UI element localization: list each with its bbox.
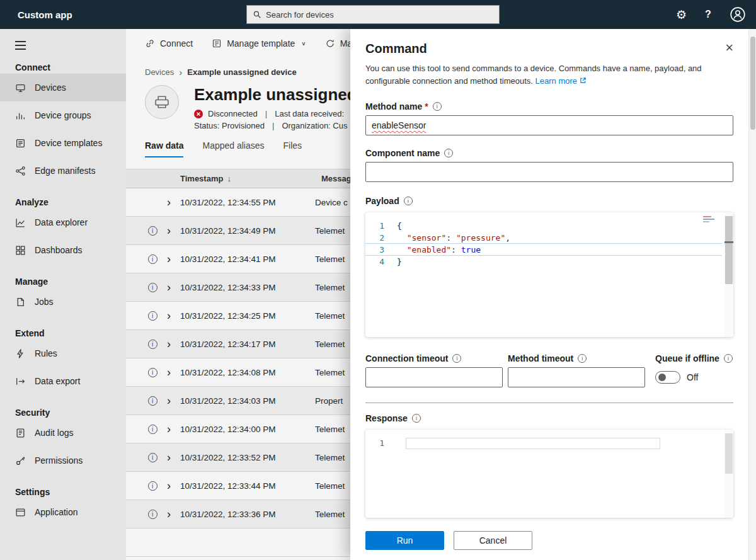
payload-code-line[interactable]: 2 "sensor": "pressure", <box>365 232 722 244</box>
chevron-right-icon[interactable]: › <box>164 479 174 493</box>
scrollbar-thumb[interactable] <box>750 37 755 130</box>
breadcrumb-separator-icon: › <box>179 67 182 77</box>
row-message: Telemet <box>315 368 345 377</box>
timeout-row: Connection timeout i Method timeout i Qu… <box>365 353 733 387</box>
info-icon[interactable]: i <box>433 102 442 111</box>
sidebar-item-label: Device templates <box>35 138 102 148</box>
method-timeout-input[interactable] <box>508 367 645 387</box>
hamburger-menu-icon[interactable] <box>15 41 26 50</box>
payload-code-line[interactable]: 4} <box>365 256 722 268</box>
status-separator: | <box>270 121 277 130</box>
sidebar-item-edge-manifests[interactable]: Edge manifests <box>0 157 126 185</box>
info-icon[interactable]: i <box>404 197 413 205</box>
sidebar-item-device-groups[interactable]: Device groups <box>0 101 126 129</box>
user-avatar-icon[interactable] <box>730 6 746 23</box>
chevron-right-icon[interactable]: › <box>164 366 174 379</box>
code-text: "sensor": "pressure", <box>397 232 510 244</box>
info-icon[interactable]: i <box>724 354 733 363</box>
toggle-knob <box>658 374 666 381</box>
settings-gear-icon[interactable]: ⚙ <box>676 8 687 22</box>
row-message: Propert <box>315 396 343 406</box>
sidebar-item-data-explorer[interactable]: Data explorer <box>0 209 126 236</box>
close-icon[interactable]: × <box>725 42 733 54</box>
editor-minimap <box>703 216 719 224</box>
tab-mapped-aliases[interactable]: Mapped aliases <box>202 140 264 157</box>
editor-scrollbar[interactable] <box>724 430 733 518</box>
sidebar-item-data-export[interactable]: Data export <box>0 367 126 395</box>
chevron-right-icon[interactable]: › <box>164 338 174 351</box>
info-icon[interactable]: i <box>148 510 158 519</box>
search-input[interactable] <box>266 10 493 20</box>
payload-code-line[interactable]: 3 "enabled": true <box>365 244 722 256</box>
tab-raw-data[interactable]: Raw data <box>145 140 183 157</box>
sidebar-section-label-extend: Extend <box>15 328 126 338</box>
help-icon[interactable]: ? <box>703 9 713 20</box>
page-scrollbar[interactable] <box>748 29 756 560</box>
method-name-input[interactable]: enableSensor <box>365 115 733 135</box>
info-icon[interactable]: i <box>148 254 158 264</box>
chevron-right-icon[interactable]: › <box>164 253 174 266</box>
sidebar-item-label: Data explorer <box>35 217 88 227</box>
search-box[interactable] <box>246 5 500 24</box>
sidebar-item-label: Dashboards <box>35 245 83 255</box>
info-icon[interactable]: i <box>444 149 453 157</box>
status-separator: | <box>263 109 270 118</box>
info-icon[interactable]: i <box>148 453 158 462</box>
line-number: 4 <box>365 256 397 268</box>
info-icon[interactable]: i <box>148 396 158 406</box>
info-icon[interactable]: i <box>148 283 158 292</box>
manage-template-button[interactable]: Manage template ∨ <box>212 38 306 49</box>
sidebar-item-devices[interactable]: Devices <box>0 74 126 101</box>
line-number: 3 <box>365 244 397 256</box>
sidebar-item-label: Data export <box>35 376 80 386</box>
sidebar-item-permissions[interactable]: Permissions <box>0 447 126 474</box>
chevron-right-icon[interactable]: › <box>164 224 174 237</box>
chevron-right-icon[interactable]: › <box>164 508 174 521</box>
row-timestamp: 10/31/2022, 12:34:03 PM <box>180 396 315 406</box>
cancel-button[interactable]: Cancel <box>454 531 532 550</box>
learn-more-link[interactable]: Learn more <box>536 76 577 86</box>
chevron-right-icon[interactable]: › <box>164 309 174 323</box>
data-export-icon <box>15 376 26 387</box>
chevron-right-icon[interactable]: › <box>164 423 174 436</box>
timestamp-column-header[interactable]: Timestamp <box>180 174 223 183</box>
line-number: 1 <box>365 220 397 232</box>
run-button[interactable]: Run <box>365 531 444 550</box>
info-icon[interactable]: i <box>452 354 461 363</box>
info-icon[interactable]: i <box>148 368 158 377</box>
chevron-right-icon[interactable]: › <box>164 196 174 209</box>
connection-timeout-input[interactable] <box>365 367 503 387</box>
method-name-value: enableSensor <box>372 120 426 130</box>
sidebar-item-dashboards[interactable]: Dashboards <box>0 236 126 264</box>
info-icon[interactable]: i <box>148 311 158 321</box>
sidebar-item-device-templates[interactable]: Device templates <box>0 129 126 157</box>
editor-scrollbar[interactable] <box>724 212 733 337</box>
component-name-input[interactable] <box>365 162 733 182</box>
info-icon[interactable]: i <box>148 340 158 349</box>
info-icon[interactable]: i <box>412 414 421 423</box>
tab-files[interactable]: Files <box>284 140 302 157</box>
info-icon[interactable]: i <box>148 481 158 491</box>
connect-button[interactable]: Connect <box>145 38 193 49</box>
external-link-icon <box>580 77 587 84</box>
response-editor[interactable]: 1 <box>365 430 733 518</box>
sidebar-item-jobs[interactable]: Jobs <box>0 288 126 316</box>
payload-editor[interactable]: 1{2 "sensor": "pressure",3 "enabled": tr… <box>365 212 733 337</box>
jobs-icon <box>15 297 26 307</box>
sidebar-item-application[interactable]: Application <box>0 498 126 526</box>
info-icon[interactable]: i <box>578 354 587 363</box>
info-icon[interactable]: i <box>148 226 158 236</box>
chevron-right-icon[interactable]: › <box>164 394 174 408</box>
info-icon[interactable]: i <box>148 425 158 434</box>
chevron-right-icon[interactable]: › <box>164 451 174 464</box>
connect-icon <box>145 38 155 49</box>
sidebar-item-audit-logs[interactable]: Audit logs <box>0 419 126 447</box>
queue-offline-toggle[interactable] <box>655 371 680 384</box>
search-icon <box>253 10 261 19</box>
chevron-right-icon[interactable]: › <box>164 281 174 294</box>
sidebar-item-rules[interactable]: Rules <box>0 340 126 367</box>
row-message: Telemet <box>315 510 345 519</box>
payload-code-line[interactable]: 1{ <box>365 220 722 232</box>
chevron-down-icon: ∨ <box>301 40 306 46</box>
breadcrumb-devices-link[interactable]: Devices <box>145 67 174 77</box>
